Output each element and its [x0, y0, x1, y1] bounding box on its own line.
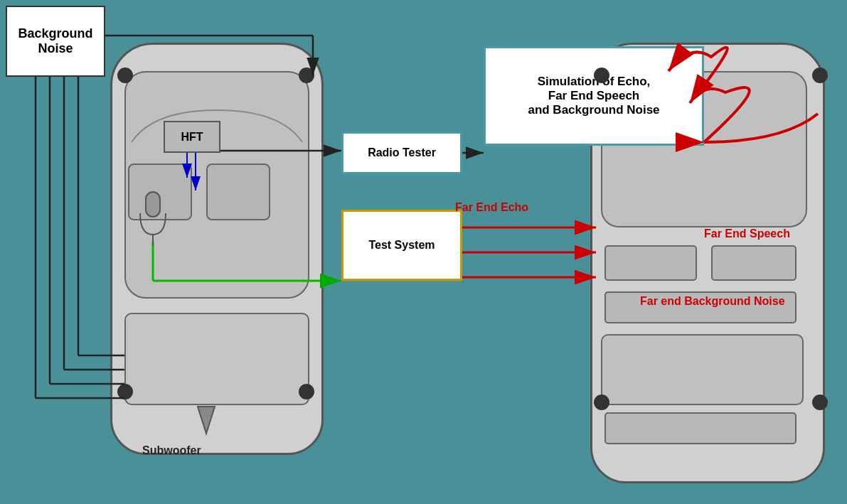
speaker-bottom-left — [117, 384, 133, 400]
far-end-bg-noise-label: Far end Background Noise — [640, 295, 785, 308]
right-speaker-bottom-right — [812, 395, 828, 410]
seat-left — [128, 163, 192, 220]
hft-label: HFT — [181, 131, 203, 144]
seat-right — [206, 163, 270, 220]
right-speaker-top-left — [594, 68, 609, 83]
right-panel-2 — [711, 245, 797, 281]
speaker-top-left — [117, 68, 133, 83]
far-end-echo-label: Far End Echo — [455, 201, 528, 214]
far-end-speech-label: Far End Speech — [704, 227, 790, 240]
right-speaker-top-right — [812, 68, 828, 83]
subwoofer-area — [124, 313, 309, 405]
radio-tester-box: Radio Tester — [341, 132, 462, 174]
test-system-box: Test System — [341, 210, 462, 281]
background-noise-label: Background Noise — [7, 26, 104, 56]
background-noise-box: Background Noise — [6, 6, 105, 77]
right-panel-5 — [604, 412, 797, 444]
test-system-label: Test System — [368, 239, 435, 252]
simulation-box: Simulation of Echo,Far End Speechand Bac… — [484, 46, 704, 146]
speaker-bottom-right — [299, 384, 314, 400]
radio-tester-label: Radio Tester — [368, 146, 436, 159]
subwoofer-label: Subwoofer — [142, 444, 201, 457]
right-panel-1 — [604, 245, 697, 281]
right-speaker-bottom-left — [594, 395, 609, 410]
speaker-top-right — [299, 68, 314, 83]
simulation-label: Simulation of Echo,Far End Speechand Bac… — [528, 75, 659, 117]
right-panel-4 — [601, 334, 804, 405]
hft-box: HFT — [164, 121, 220, 153]
